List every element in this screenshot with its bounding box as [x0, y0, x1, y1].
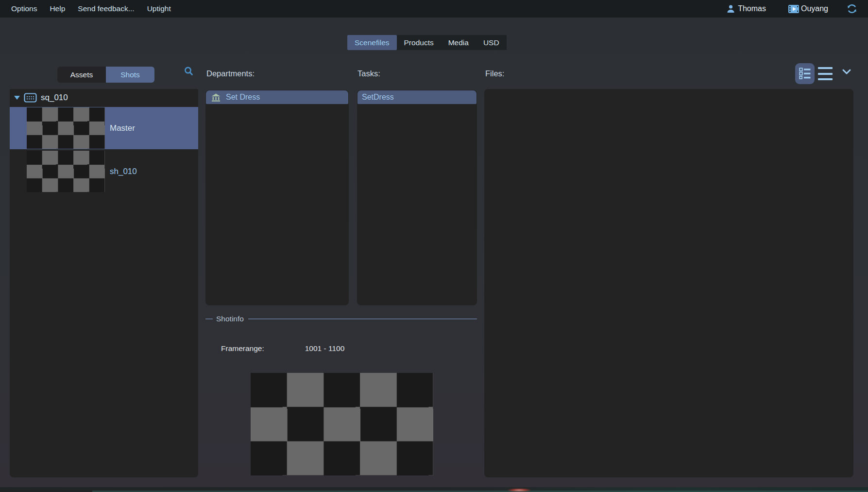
shot-label: Master [110, 107, 135, 149]
tree-sequence-row[interactable]: sq_010 [10, 89, 198, 106]
user-button[interactable]: Thomas [727, 4, 766, 13]
user-icon [727, 4, 735, 13]
departments-list: Set Dress [205, 90, 349, 305]
tab-media[interactable]: Media [441, 35, 476, 50]
entity-toggle: Assets Shots [57, 67, 154, 83]
tasks-label: Tasks: [357, 69, 380, 78]
list-view-icon [818, 67, 833, 69]
framerange-value: 1001 - 1100 [305, 344, 345, 353]
setdress-department-icon [211, 93, 221, 102]
project-button[interactable]: Ouyang [788, 4, 828, 14]
tab-usd[interactable]: USD [476, 35, 507, 50]
menu-send-feedback[interactable]: Send feedback... [71, 0, 140, 18]
task-label: SetDress [357, 93, 394, 102]
tab-products[interactable]: Products [397, 35, 441, 50]
project-media-icon [788, 4, 800, 14]
view-options-button[interactable] [841, 68, 852, 76]
list-view-icon [818, 78, 833, 80]
department-label: Set Dress [226, 93, 260, 102]
tree-shot-row-master[interactable]: Master [10, 107, 198, 149]
menu-items: Options Help Send feedback... Uptight [0, 0, 177, 18]
list-view-button[interactable] [818, 67, 833, 80]
menubar: Options Help Send feedback... Uptight Th… [0, 0, 868, 18]
shot-label: sh_010 [110, 150, 137, 193]
files-list[interactable] [484, 89, 853, 477]
taskbar-peek-artifact [508, 489, 531, 492]
bottom-edge-strip [0, 487, 868, 492]
detail-view-button[interactable] [795, 63, 815, 84]
sequence-label: sq_010 [41, 93, 68, 103]
sequence-icon [24, 93, 37, 103]
refresh-icon [847, 3, 857, 14]
files-label: Files: [485, 69, 504, 78]
list-view-icon [818, 73, 833, 75]
shot-thumbnail-placeholder [27, 107, 105, 149]
assets-toggle-button[interactable]: Assets [57, 67, 106, 83]
groupbox-line [205, 318, 213, 319]
shot-thumbnail-placeholder [27, 151, 105, 192]
framerange-label: Framerange: [221, 344, 264, 353]
search-button[interactable] [184, 66, 194, 77]
department-item-setdress[interactable]: Set Dress [206, 90, 348, 104]
main-tabbar: Scenefiles Products Media USD [347, 35, 507, 50]
task-item-setdress[interactable]: SetDress [357, 90, 477, 104]
shotinfo-groupbox-header: Shotinfo [205, 315, 477, 323]
groupbox-line [248, 318, 477, 319]
detail-view-icon [799, 68, 811, 80]
refresh-button[interactable] [847, 3, 857, 14]
tree-shot-row-sh010[interactable]: sh_010 [10, 150, 198, 193]
tasks-list: SetDress [357, 90, 477, 305]
departments-label: Departments: [206, 69, 255, 78]
shot-preview-placeholder [251, 373, 433, 475]
expander-down-icon[interactable] [14, 96, 20, 100]
user-name: Thomas [738, 4, 766, 13]
framerange-row: Framerange: 1001 - 1100 [221, 344, 344, 353]
shot-tree-panel: sq_010 Master sh_010 [10, 89, 198, 477]
shots-toggle-button[interactable]: Shots [106, 67, 154, 83]
search-icon [184, 66, 194, 77]
shotinfo-title: Shotinfo [213, 315, 248, 323]
menubar-right: Thomas Ouyang [727, 0, 857, 18]
menu-uptight[interactable]: Uptight [141, 0, 177, 18]
menu-help[interactable]: Help [43, 0, 71, 18]
project-name: Ouyang [801, 4, 828, 13]
menu-options[interactable]: Options [5, 0, 43, 18]
chevron-down-icon [841, 68, 852, 76]
tab-scenefiles[interactable]: Scenefiles [347, 35, 397, 50]
